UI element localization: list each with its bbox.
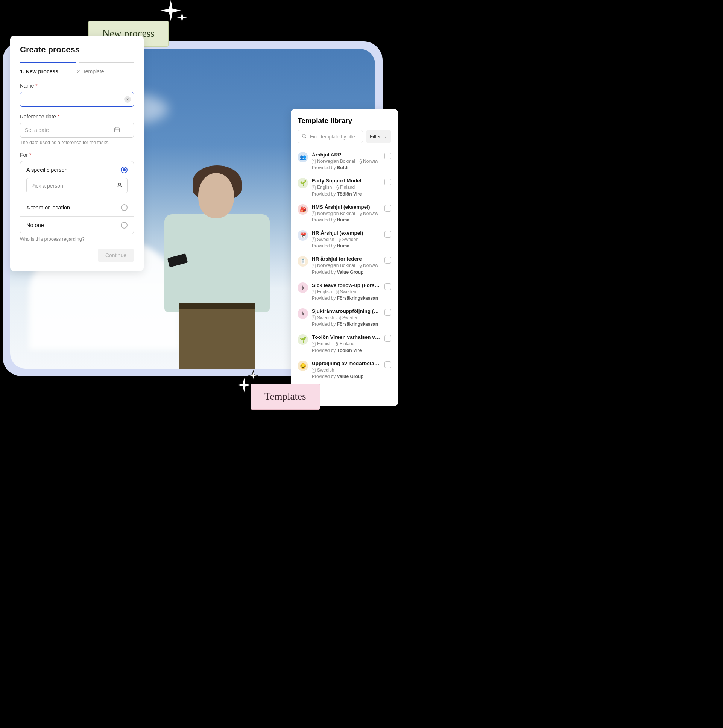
template-item[interactable]: 🎒 HMS Årshjul (eksempel) ᴬNorwegian Bokm… — [297, 200, 391, 226]
template-item[interactable]: 👥 Årshjul ARP ᴬNorwegian Bokmål·§ Norway… — [297, 148, 391, 174]
template-item[interactable]: 📋 HR årshjul for ledere ᴬNorwegian Bokmå… — [297, 252, 391, 278]
sparkle-icon — [177, 12, 187, 23]
radio-specific-person[interactable]: A specific person Pick a person — [20, 161, 133, 199]
template-icon: ⚕ — [297, 308, 308, 319]
templates-badge: Templates — [251, 384, 320, 410]
filter-button[interactable]: Filter — [366, 130, 391, 143]
sparkle-icon — [248, 370, 258, 380]
date-help-text: The date used as a reference for the tas… — [20, 140, 134, 145]
template-checkbox[interactable] — [384, 309, 391, 316]
template-item[interactable]: 📅 HR Årshjul (exempel) ᴬSwedish·§ Sweden… — [297, 226, 391, 252]
step-2-label[interactable]: 2. Template — [77, 69, 134, 75]
panel-title: Create process — [20, 45, 134, 55]
reference-date-input[interactable]: Set a date — [20, 122, 134, 138]
template-icon: 🌱 — [297, 178, 308, 188]
template-meta: ᴬEnglish·§ Finland — [312, 185, 381, 190]
template-checkbox[interactable] — [384, 153, 391, 159]
template-icon: ⚕ — [297, 282, 308, 293]
template-checkbox[interactable] — [384, 257, 391, 264]
template-checkbox[interactable] — [384, 205, 391, 212]
template-meta: ᴬNorwegian Bokmål·§ Norway — [312, 211, 381, 216]
template-item[interactable]: ⚕ Sick leave follow-up (Försäkrings… ᴬEn… — [297, 278, 391, 304]
template-meta: ᴬFinnish·§ Finland — [312, 341, 381, 346]
template-checkbox[interactable] — [384, 283, 391, 290]
template-icon: 📅 — [297, 230, 308, 241]
template-icon: 😔 — [297, 361, 308, 371]
template-item[interactable]: 😔 Uppföljning av medarbetare und… ᴬSwedi… — [297, 357, 391, 383]
template-icon: 📋 — [297, 256, 308, 267]
template-provider: Provided by Bufdir — [312, 165, 381, 170]
template-meta: ᴬSwedish·§ Sweden — [312, 315, 381, 320]
template-icon: 🌱 — [297, 334, 308, 345]
svg-rect-0 — [115, 128, 119, 132]
template-provider: Provided by Huma — [312, 243, 381, 249]
template-title: Årshjul ARP — [312, 152, 381, 158]
template-title: HMS Årshjul (eksempel) — [312, 204, 381, 210]
template-item[interactable]: ⚕ Sjukfrånvarouppföljning (Försäkri… ᴬSw… — [297, 304, 391, 330]
for-label: For * — [20, 152, 134, 158]
radio-icon — [121, 167, 127, 173]
library-title: Template library — [297, 116, 391, 125]
svg-point-2 — [302, 134, 305, 137]
template-meta: ᴬSwedish — [312, 367, 381, 373]
template-provider: Provided by Försäkringskassan — [312, 295, 381, 301]
template-meta: ᴬNorwegian Bokmål·§ Norway — [312, 159, 381, 164]
continue-button[interactable]: Continue — [98, 249, 134, 262]
template-meta: ᴬEnglish·§ Sweden — [312, 289, 381, 294]
template-icon: 👥 — [297, 152, 308, 162]
template-title: Sick leave follow-up (Försäkrings… — [312, 282, 381, 288]
template-icon: 🎒 — [297, 204, 308, 215]
template-provider: Provided by Huma — [312, 217, 381, 223]
radio-no-one[interactable]: No one — [20, 217, 133, 234]
search-icon — [302, 133, 307, 140]
template-checkbox[interactable] — [384, 231, 391, 238]
template-provider: Provided by Försäkringskassan — [312, 321, 381, 327]
name-label: Name * — [20, 83, 134, 89]
template-item[interactable]: 🌱 Töölön Vireen varhaisen välittäm… ᴬFin… — [297, 330, 391, 356]
template-provider: Provided by Value Group — [312, 374, 381, 379]
step-1-label[interactable]: 1. New process — [20, 69, 77, 75]
radio-icon — [121, 204, 127, 211]
template-item[interactable]: 🌱 Early Support Model ᴬEnglish·§ Finland… — [297, 174, 391, 200]
svg-point-1 — [118, 183, 120, 185]
template-title: Uppföljning av medarbetare und… — [312, 361, 381, 366]
radio-icon — [121, 222, 127, 229]
search-input[interactable]: Find template by title — [297, 130, 363, 143]
template-title: Töölön Vireen varhaisen välittäm… — [312, 334, 381, 340]
template-title: HR årshjul for ledere — [312, 256, 381, 262]
template-meta: ᴬNorwegian Bokmål·§ Norway — [312, 263, 381, 268]
template-meta: ᴬSwedish·§ Sweden — [312, 237, 381, 242]
name-input[interactable] — [20, 92, 134, 107]
step-progress — [20, 62, 134, 63]
template-title: Early Support Model — [312, 178, 381, 184]
filter-icon — [383, 134, 388, 139]
template-provider: Provided by Töölön Vire — [312, 191, 381, 197]
clear-name-button[interactable]: ✕ — [124, 96, 131, 102]
template-checkbox[interactable] — [384, 179, 391, 185]
person-icon — [116, 182, 123, 189]
template-title: Sjukfrånvarouppföljning (Försäkri… — [312, 308, 381, 314]
template-checkbox[interactable] — [384, 335, 391, 342]
template-provider: Provided by Value Group — [312, 270, 381, 275]
date-label: Reference date * — [20, 113, 134, 119]
template-title: HR Årshjul (exempel) — [312, 230, 381, 236]
radio-team-location[interactable]: A team or location — [20, 199, 133, 217]
template-list: 👥 Årshjul ARP ᴬNorwegian Bokmål·§ Norway… — [297, 148, 391, 383]
template-provider: Provided by Töölön Vire — [312, 348, 381, 353]
create-process-panel: Create process 1. New process 2. Templat… — [10, 36, 144, 271]
template-checkbox[interactable] — [384, 361, 391, 368]
calendar-icon — [114, 127, 120, 134]
person-picker[interactable]: Pick a person — [26, 178, 127, 193]
for-help-text: Who is this process regarding? — [20, 237, 134, 242]
template-library-panel: Template library Find template by title … — [291, 109, 398, 406]
